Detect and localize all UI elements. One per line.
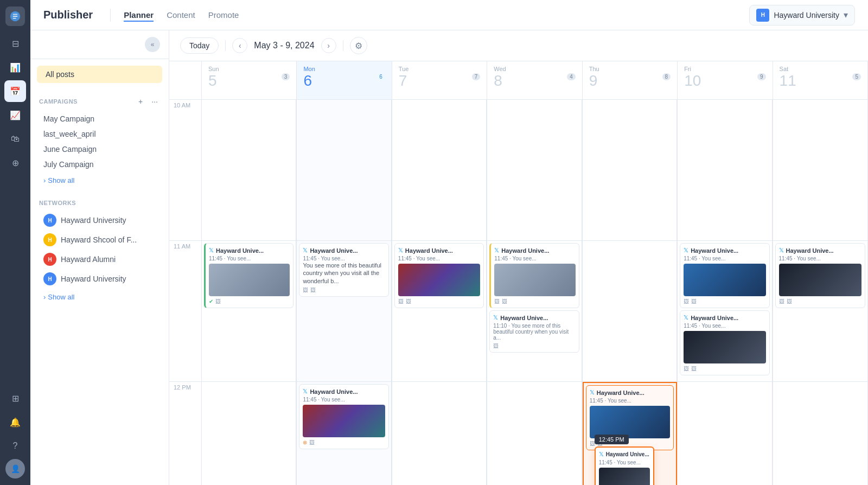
post-image-thu (590, 406, 670, 438)
post-card-sun-1145[interactable]: 𝕏 Hayward Unive... 11:45 · You see... ✔ … (204, 243, 293, 308)
prev-week-button[interactable]: ‹ (232, 38, 247, 53)
post-count-mon: 6 (376, 73, 385, 80)
networks-section-header: NETWORKS (39, 200, 160, 206)
network-item-1[interactable]: H Hayward Shcool of F... (39, 230, 160, 250)
img-icon-tue: 🖼 (398, 298, 404, 304)
post-org-drag: Hayward Unive... (606, 451, 649, 457)
img-icon-fri-2: 🖼 (684, 366, 689, 372)
networks-show-all[interactable]: › Show all (39, 291, 160, 303)
nav-layers[interactable]: ⊕ (4, 152, 26, 174)
img-icon-mon-12: 🖼 (309, 439, 315, 445)
next-week-button[interactable]: › (321, 38, 336, 53)
post-card-wed-1145[interactable]: 𝕏 Hayward Unive... 11:45 · You see... 🖼 … (489, 243, 579, 308)
chevron-down-icon: ▾ (844, 10, 848, 20)
post-card-fri-1145[interactable]: 𝕏 Hayward Unive... 11:45 · You see... 🖼 … (680, 243, 769, 308)
mon-11am: 𝕏 Hayward Unive... 11:45 · You see... Yo… (297, 241, 391, 382)
tab-planner[interactable]: Planner (124, 8, 154, 22)
post-card-mon-1145[interactable]: 𝕏 Hayward Unive... 11:45 · You see... Yo… (299, 243, 388, 297)
post-card-tue-1145[interactable]: 𝕏 Hayward Unive... 11:45 · You see... 🖼 … (394, 243, 484, 308)
calendar-settings-button[interactable]: ⚙ (350, 37, 367, 54)
twitter-icon-fri-2: 𝕏 (684, 314, 688, 321)
day-header-tue: Tue 7 7 (392, 61, 487, 99)
tue-12pm (392, 382, 487, 485)
expand-icon: › (43, 176, 46, 184)
tue-11am: 𝕏 Hayward Unive... 11:45 · You see... 🖼 … (392, 241, 487, 382)
twitter-icon-drag: 𝕏 (599, 451, 604, 458)
campaign-last-week[interactable]: last_week_april (39, 126, 160, 142)
campaigns-section-header: CAMPAIGNS + ··· (39, 96, 160, 107)
fri-column: 𝕏 Hayward Unive... 11:45 · You see... 🖼 … (678, 100, 773, 485)
org-icon: H (756, 9, 769, 22)
twitter-icon-sat: 𝕏 (779, 247, 784, 254)
nav-dashboard[interactable]: ⊟ (4, 33, 26, 54)
tab-content[interactable]: Content (167, 8, 195, 22)
post-org-sat: Hayward Unive... (786, 247, 834, 254)
time-tooltip: 12:45 PM (595, 435, 629, 444)
expand-icon-networks: › (43, 293, 46, 301)
today-button[interactable]: Today (180, 37, 219, 54)
thu-column: 𝕏 Hayward Unive... 11:45 · You see... 🖼 … (583, 100, 678, 485)
day-number-tue: 7 (399, 73, 407, 88)
post-org-mon-12: Hayward Unive... (310, 388, 358, 395)
nav-shop[interactable]: 🛍 (4, 128, 26, 150)
campaign-july[interactable]: July Campaign (39, 157, 160, 172)
campaign-june[interactable]: June Campaign (39, 142, 160, 157)
add-campaign-button[interactable]: + (135, 96, 146, 107)
sun-column: 𝕏 Hayward Unive... 11:45 · You see... ✔ … (202, 100, 297, 485)
day-number-sun: 5 (208, 73, 217, 88)
nav-analytics[interactable]: 📊 (4, 56, 26, 78)
day-name-mon: Mon (303, 66, 385, 72)
sat-11am: 𝕏 Hayward Unive... 11:45 · You see... 🖼 … (773, 241, 868, 382)
all-posts-button[interactable]: All posts (37, 66, 162, 83)
post-count-wed: 4 (567, 73, 576, 80)
toolbar-divider-1 (225, 40, 226, 51)
nav-bell[interactable]: 🔔 (4, 411, 26, 433)
nav-help[interactable]: ? (4, 435, 26, 457)
top-header: Publisher Planner Content Promote H Hayw… (30, 0, 868, 30)
day-name-sat: Sat (780, 66, 861, 72)
post-card-mon-12pm[interactable]: 𝕏 Hayward Unive... 11:45 · You see... ⊗ … (299, 384, 388, 449)
post-org-wed: Hayward Unive... (501, 247, 549, 254)
tab-promote[interactable]: Promote (208, 8, 239, 22)
thu-10am (583, 100, 677, 241)
dragging-post-card[interactable]: 𝕏 Hayward Unive... 11:45 · You see... 🖼 … (595, 446, 654, 485)
gear-icon: ⚙ (355, 41, 362, 51)
post-text-mon: You see more of this beautiful country w… (303, 261, 385, 285)
drag-ghost-container: 12:45 PM 𝕏 Hayward Unive... 11:45 · You … (595, 434, 654, 485)
day-headers: Sun 5 3 Mon 6 6 (169, 61, 868, 100)
twitter-icon-wed: 𝕏 (494, 247, 499, 254)
day-number-wed: 8 (494, 73, 502, 88)
main-container: Publisher Planner Content Promote H Hayw… (30, 0, 868, 485)
collapse-button[interactable]: « (145, 37, 160, 52)
nav-grid[interactable]: ⊞ (4, 387, 26, 409)
campaign-may[interactable]: May Campaign (39, 111, 160, 126)
user-avatar[interactable]: 👤 (5, 459, 25, 478)
post-card-sat-1145[interactable]: 𝕏 Hayward Unive... 11:45 · You see... 🖼 … (775, 243, 865, 308)
post-image-fri-2 (684, 331, 765, 363)
post-time-fri-2: 11:45 · You see... (684, 323, 765, 329)
campaign-june-label: June Campaign (43, 145, 97, 154)
campaigns-show-all[interactable]: › Show all (39, 174, 160, 187)
img-icon-fri: 🖼 (684, 298, 689, 304)
post-card-wed-1110[interactable]: 𝕏 Hayward Unive... 11:10 · You see more … (489, 310, 579, 353)
network-item-0[interactable]: H Hayward University (39, 210, 160, 230)
campaign-july-label: July Campaign (43, 160, 94, 169)
day-header-thu: Thu 9 8 (583, 61, 678, 99)
post-time-tue: 11:45 · You see... (398, 256, 480, 261)
day-header-mon: Mon 6 6 (297, 61, 392, 99)
time-label-11am: 11 AM (169, 241, 202, 382)
network-item-3[interactable]: H Hayward University (39, 269, 160, 289)
nav-calendar[interactable]: 📅 (4, 80, 26, 102)
day-header-fri: Fri 10 9 (678, 61, 773, 99)
post-time-wed: 11:45 · You see... (494, 256, 575, 261)
post-image-tue (398, 264, 480, 296)
org-selector[interactable]: H Hayward University ▾ (749, 5, 855, 25)
network-item-2[interactable]: H Hayward Alumni (39, 250, 160, 269)
img-icon-mon2: 🖼 (310, 287, 316, 293)
campaigns-more-button[interactable]: ··· (149, 96, 160, 107)
arrow-right-icon: › (327, 41, 330, 50)
nav-performance[interactable]: 📈 (4, 104, 26, 126)
day-name-wed: Wed (494, 66, 575, 72)
post-time-thu: 11:45 · You see... (590, 398, 670, 404)
post-card-fri-1145-2[interactable]: 𝕏 Hayward Unive... 11:45 · You see... 🖼 … (680, 310, 769, 375)
